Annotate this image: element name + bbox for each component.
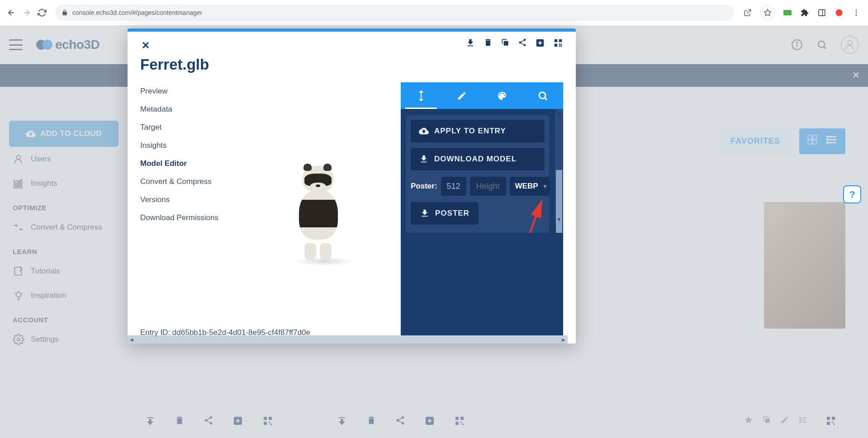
extensions-puzzle-icon[interactable] — [800, 8, 809, 17]
modal-tabs: Preview Metadata Target Insights Model E… — [140, 82, 231, 344]
modal-copy-icon[interactable] — [501, 38, 510, 48]
svg-point-6 — [856, 12, 857, 14]
bookmark-star-icon[interactable] — [760, 5, 775, 20]
svg-rect-2 — [819, 9, 825, 16]
sidepanel-icon[interactable] — [817, 8, 826, 17]
modal-actions — [465, 38, 563, 48]
poster-height-input[interactable] — [470, 177, 506, 196]
modal-title: Ferret.glb — [128, 51, 576, 82]
cloud-icon — [419, 126, 429, 136]
svg-point-5 — [856, 9, 857, 11]
editor-content: APPLY TO ENTRY DOWNLOAD MODEL Poster: WE… — [401, 109, 563, 233]
browser-menu-icon[interactable] — [852, 8, 861, 17]
tab-preview[interactable]: Preview — [140, 82, 231, 100]
svg-rect-60 — [555, 39, 557, 42]
tab-insights[interactable]: Insights — [140, 137, 231, 155]
editor-tab-search[interactable] — [522, 82, 563, 109]
poster-format-select[interactable]: WEBP — [510, 177, 550, 196]
nav-reload-button[interactable] — [34, 5, 50, 20]
tab-convert-compress[interactable]: Convert & Compress — [140, 173, 231, 191]
help-button[interactable]: ? — [843, 185, 861, 203]
tab-download-permissions[interactable]: Download Permissions — [140, 209, 231, 227]
download-icon — [419, 154, 429, 164]
arrows-icon — [416, 90, 427, 101]
ferret-model — [291, 165, 350, 260]
modal-qr-icon[interactable] — [553, 38, 563, 48]
tab-versions[interactable]: Versions — [140, 191, 231, 209]
editor-tab-transform[interactable] — [401, 82, 441, 109]
url-text: console.echo3d.com/#/pages/contentmanage… — [72, 9, 202, 16]
tab-metadata[interactable]: Metadata — [140, 100, 231, 118]
ext-orange-icon[interactable] — [835, 8, 844, 17]
tab-target[interactable]: Target — [140, 118, 231, 137]
editor-tab-palette[interactable] — [482, 82, 523, 109]
poster-config-row: Poster: WEBP — [411, 177, 545, 196]
modal-add-icon[interactable] — [535, 38, 545, 48]
svg-rect-63 — [559, 44, 560, 45]
svg-rect-66 — [561, 46, 562, 47]
scroll-up-arrow[interactable]: ▲ — [555, 109, 563, 117]
search-icon — [537, 90, 548, 101]
svg-point-67 — [539, 92, 545, 99]
share-page-icon[interactable] — [743, 8, 752, 17]
scroll-right-arrow[interactable]: ▶ — [560, 335, 568, 344]
scroll-left-arrow[interactable]: ◀ — [128, 335, 136, 344]
poster-button[interactable]: POSTER — [411, 202, 479, 225]
ext-green-icon[interactable] — [783, 8, 792, 17]
model-preview-area[interactable] — [231, 82, 401, 344]
poster-label: Poster: — [411, 182, 437, 191]
url-bar[interactable]: console.echo3d.com/#/pages/contentmanage… — [55, 5, 734, 21]
modal-header — [128, 32, 576, 51]
editor-tabs — [401, 82, 563, 109]
svg-line-68 — [545, 98, 547, 100]
svg-rect-1 — [783, 10, 792, 15]
svg-rect-62 — [555, 44, 557, 47]
modal-delete-icon[interactable] — [484, 38, 493, 48]
editor-tab-edit[interactable] — [441, 82, 482, 109]
download-model-button[interactable]: DOWNLOAD MODEL — [411, 148, 545, 170]
palette-icon — [497, 90, 508, 101]
model-editor-panel: APPLY TO ENTRY DOWNLOAD MODEL Poster: WE… — [401, 82, 563, 344]
tab-model-editor[interactable]: Model Editor — [140, 155, 231, 173]
svg-rect-58 — [504, 41, 508, 46]
svg-rect-64 — [561, 44, 562, 45]
svg-point-4 — [836, 9, 843, 16]
entry-id-text: Entry ID: dd65bb1b-5e2d-4d01-8e95-cf4f87… — [140, 328, 310, 337]
lock-icon — [62, 9, 68, 16]
modal-close-button[interactable] — [140, 40, 151, 51]
nav-forward-button[interactable] — [19, 5, 34, 20]
asset-detail-modal: Ferret.glb Preview Metadata Target Insig… — [128, 28, 576, 344]
modal-accent-bar — [128, 28, 576, 32]
download-icon — [420, 208, 430, 218]
nav-back-button[interactable] — [4, 5, 19, 20]
scroll-down-arrow[interactable]: ▼ — [555, 216, 563, 224]
modal-download-icon[interactable] — [465, 38, 475, 48]
svg-rect-61 — [559, 39, 562, 42]
modal-body: Preview Metadata Target Insights Model E… — [128, 82, 576, 344]
svg-point-7 — [856, 14, 857, 16]
browser-extensions — [740, 5, 864, 20]
svg-rect-65 — [559, 46, 560, 47]
vertical-scrollbar[interactable]: ▲ ▼ — [555, 109, 563, 224]
apply-to-entry-button[interactable]: APPLY TO ENTRY — [411, 120, 545, 142]
modal-share-icon[interactable] — [518, 38, 527, 48]
pencil-icon — [457, 91, 467, 101]
poster-width-input[interactable] — [441, 177, 466, 196]
browser-chrome: console.echo3d.com/#/pages/contentmanage… — [0, 0, 868, 26]
svg-marker-0 — [764, 9, 771, 16]
